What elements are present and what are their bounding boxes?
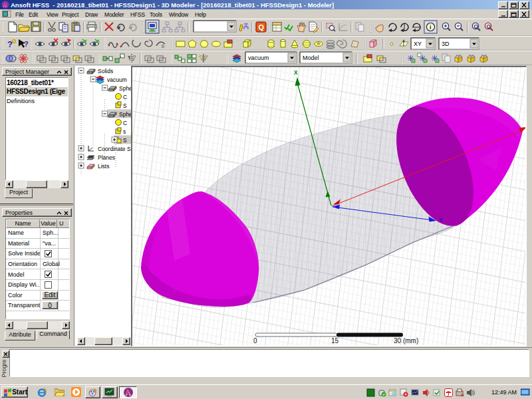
svg-text:Y: Y (439, 217, 443, 223)
svg-text:Model: Model (303, 55, 319, 61)
svg-text:0: 0 (162, 44, 164, 49)
svg-text:XY: XY (414, 41, 422, 47)
svg-text:C: C (123, 94, 127, 100)
svg-text:30 (mm): 30 (mm) (394, 337, 418, 344)
svg-text:Q: Q (259, 23, 265, 31)
svg-text:?: ? (7, 39, 13, 49)
svg-text:C: C (123, 120, 127, 126)
svg-text:Planes: Planes (98, 154, 115, 161)
svg-text:Q: Q (474, 23, 478, 29)
svg-text:0: 0 (253, 337, 257, 344)
svg-text:s: s (123, 128, 126, 135)
svg-text:i: i (430, 24, 432, 31)
svg-text:3D: 3D (442, 41, 450, 47)
svg-text:vacuum: vacuum (248, 55, 269, 61)
svg-text:Coordinate S: Coordinate S (98, 146, 131, 152)
svg-text:15: 15 (331, 337, 339, 344)
svg-text:X: X (294, 69, 298, 76)
svg-text:S: S (123, 137, 127, 144)
svg-text:S: S (123, 102, 127, 109)
svg-text:Solids: Solids (98, 68, 113, 74)
svg-text:Lists: Lists (98, 163, 109, 170)
svg-text:Q: Q (487, 23, 491, 29)
svg-text:vacuum: vacuum (107, 76, 127, 83)
svg-text:Sphe: Sphe (119, 85, 131, 92)
svg-text:?: ? (24, 40, 29, 48)
svg-text:Sphe: Sphe (119, 111, 131, 118)
